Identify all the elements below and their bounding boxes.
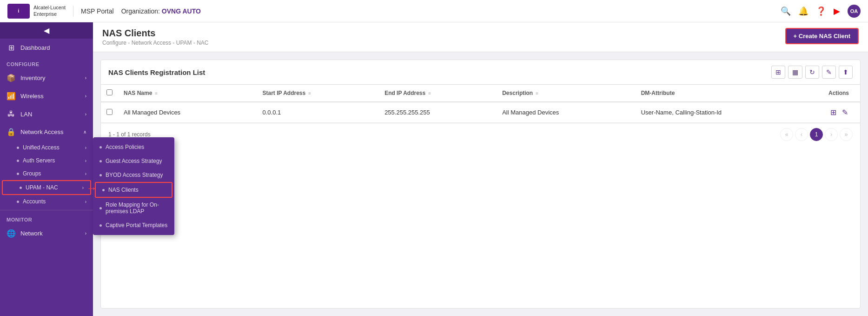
sidebar-network-access-label: Network Access <box>20 128 83 135</box>
sidebar-item-lan[interactable]: 🖧 LAN › <box>0 105 93 123</box>
start-ip-filter-icon[interactable]: ≡ <box>308 91 311 96</box>
table-row: All Managed Devices 0.0.0.1 255.255.255.… <box>101 102 860 123</box>
network-icon: 🌐 <box>7 229 16 238</box>
nas-clients-table: NAS Name ≡ Start IP Address ≡ <box>101 85 860 123</box>
nav-left: i Alcatel·Lucent Enterprise MSP Portal O… <box>7 4 201 19</box>
header-left: NAS Clients Configure - Network Access -… <box>102 28 209 46</box>
select-all-col <box>101 85 118 102</box>
table-tbody: All Managed Devices 0.0.0.1 255.255.255.… <box>101 102 860 123</box>
actions-col: Actions <box>823 85 860 102</box>
dm-attribute-header: DM-Attribute <box>641 90 675 96</box>
dropdown-item-access-policies[interactable]: Access Policies <box>93 140 174 154</box>
table-header: NAS Clients Registration List ⊞ ▦ ↻ ✎ ⬆ <box>101 60 860 85</box>
nas-name-cell: All Managed Devices <box>118 102 257 123</box>
nav-divider <box>73 6 73 17</box>
dropdown-item-guest-access[interactable]: Guest Access Strategy <box>93 154 174 168</box>
upload-button[interactable]: ⬆ <box>839 66 853 79</box>
table-thead: NAS Name ≡ Start IP Address ≡ <box>101 85 860 102</box>
dropdown-item-byod-access[interactable]: BYOD Access Strategy <box>93 168 174 182</box>
auth-servers-chevron: › <box>85 158 86 163</box>
next-page-button[interactable]: › <box>825 128 838 141</box>
dropdown-item-captive-portal[interactable]: Captive Portal Templates <box>93 218 174 232</box>
sidebar-dashboard-label: Dashboard <box>20 44 86 51</box>
dropdown-item-role-mapping[interactable]: Role Mapping for On-premises LDAP <box>93 198 174 218</box>
table-toolbar: ⊞ ▦ ↻ ✎ ⬆ <box>771 66 853 79</box>
dashboard-icon: ⊞ <box>7 43 16 52</box>
nas-clients-dot <box>102 189 105 191</box>
sidebar-item-groups[interactable]: Groups › <box>0 167 93 180</box>
sidebar-collapse-button[interactable]: ◀ <box>0 22 93 39</box>
sidebar-unified-access-label: Unified Access <box>23 144 85 151</box>
sidebar-item-inventory[interactable]: 📦 Inventory › <box>0 69 93 87</box>
start-ip-header: Start IP Address <box>263 90 306 96</box>
first-page-button[interactable]: « <box>780 128 793 141</box>
logo: i Alcatel·Lucent Enterprise <box>7 4 66 19</box>
description-cell: All Managed Devices <box>497 102 636 123</box>
upam-nac-arrow: → <box>86 182 97 195</box>
youtube-icon[interactable]: ▶ <box>834 6 840 16</box>
unified-access-chevron: › <box>85 145 86 150</box>
sidebar-item-upam-nac[interactable]: UPAM - NAC › <box>2 180 91 195</box>
auth-servers-dot <box>17 160 19 162</box>
org-name-link[interactable]: OVNG AUTO <box>162 7 201 15</box>
sidebar-wireless-label: Wireless <box>20 93 85 100</box>
table-title: NAS Clients Registration List <box>108 68 205 76</box>
dropdown-item-nas-clients[interactable]: NAS Clients <box>95 182 172 198</box>
select-all-checkbox[interactable] <box>106 89 113 95</box>
sidebar-network-label: Network <box>20 230 85 237</box>
inventory-icon: 📦 <box>7 74 16 82</box>
org-label: Organization: OVNG AUTO <box>121 7 201 15</box>
sidebar-item-wireless[interactable]: 📶 Wireless › <box>0 87 93 105</box>
search-icon[interactable]: 🔍 <box>781 6 791 16</box>
dm-attribute-cell: User-Name, Calling-Station-Id <box>636 102 823 123</box>
start-ip-cell: 0.0.0.1 <box>257 102 379 123</box>
avatar[interactable]: OA <box>848 5 861 18</box>
actions-header: Actions <box>828 90 849 96</box>
create-nas-client-button[interactable]: + Create NAS Client <box>785 28 859 44</box>
help-icon[interactable]: ❓ <box>816 6 826 16</box>
edit-row-button[interactable]: ✎ <box>840 107 850 118</box>
description-filter-icon[interactable]: ≡ <box>536 91 538 96</box>
sidebar-item-network[interactable]: 🌐 Network › <box>0 224 93 242</box>
nas-name-filter-icon[interactable]: ≡ <box>155 91 158 96</box>
sidebar-upam-nac-label: UPAM - NAC <box>26 184 82 191</box>
edit-columns-button[interactable]: ✎ <box>822 66 836 79</box>
sidebar-auth-servers-label: Auth Servers <box>23 157 85 164</box>
columns-button[interactable]: ▦ <box>788 66 802 79</box>
brand-sub: Enterprise <box>33 11 66 17</box>
actions-cell: ⊞ ✎ <box>823 102 860 123</box>
pagination-bar: 1 - 1 of 1 records « ‹ 1 › » <box>101 123 860 146</box>
page-title: NAS Clients <box>102 28 209 39</box>
byod-access-dot <box>99 174 102 176</box>
sidebar-lan-label: LAN <box>20 111 85 118</box>
refresh-button[interactable]: ↻ <box>805 66 819 79</box>
dm-attribute-col: DM-Attribute <box>636 85 823 102</box>
nas-clients-label: NAS Clients <box>108 187 139 193</box>
sidebar-item-dashboard[interactable]: ⊞ Dashboard <box>0 39 93 57</box>
expand-table-button[interactable]: ⊞ <box>771 66 785 79</box>
access-policies-label: Access Policies <box>106 144 144 150</box>
last-page-button[interactable]: » <box>840 128 853 141</box>
prev-page-button[interactable]: ‹ <box>795 128 808 141</box>
accounts-dot <box>17 201 19 203</box>
expand-row-button[interactable]: ⊞ <box>828 107 838 118</box>
table-header-row: NAS Name ≡ Start IP Address ≡ <box>101 85 860 102</box>
page-1-button[interactable]: 1 <box>810 128 823 141</box>
upam-nac-dot <box>20 187 22 189</box>
captive-portal-dot <box>99 224 102 227</box>
end-ip-filter-icon[interactable]: ≡ <box>428 91 431 96</box>
content-area: NAS Clients Configure - Network Access -… <box>93 22 868 316</box>
network-chevron: › <box>85 231 86 236</box>
records-info: 1 - 1 of 1 records <box>108 131 151 138</box>
network-access-icon: 🔒 <box>7 128 16 136</box>
nas-name-col: NAS Name ≡ <box>118 85 257 102</box>
sidebar-item-accounts[interactable]: Accounts › <box>0 195 93 208</box>
sidebar-item-auth-servers[interactable]: Auth Servers › <box>0 154 93 167</box>
bell-icon[interactable]: 🔔 <box>798 6 808 16</box>
row-checkbox[interactable] <box>106 109 113 115</box>
sidebar-groups-label: Groups <box>23 170 85 177</box>
top-navigation: i Alcatel·Lucent Enterprise MSP Portal O… <box>0 0 868 22</box>
sidebar-item-unified-access[interactable]: Unified Access › <box>0 141 93 154</box>
upam-nac-dropdown: Access Policies Guest Access Strategy BY… <box>93 137 174 235</box>
sidebar-item-network-access[interactable]: 🔒 Network Access ∧ <box>0 123 93 141</box>
